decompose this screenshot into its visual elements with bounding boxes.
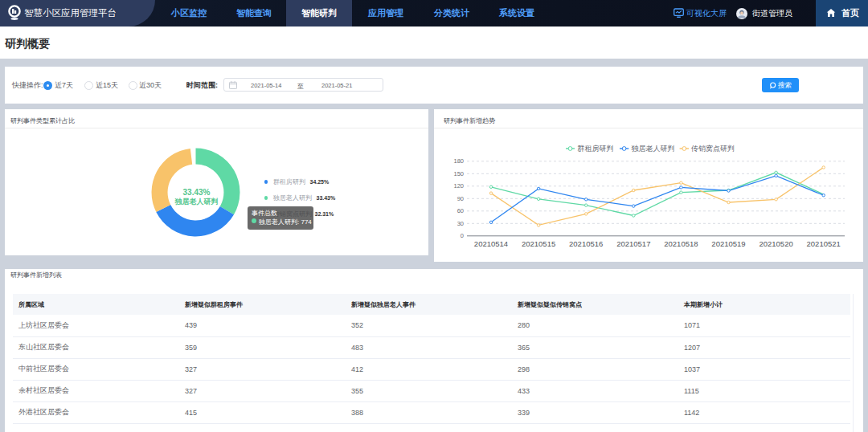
svg-text:0: 0: [461, 232, 464, 239]
svg-text:20210521: 20210521: [807, 239, 841, 248]
svg-text:30: 30: [457, 220, 464, 227]
svg-text:20210518: 20210518: [664, 239, 698, 248]
svg-text:20210514: 20210514: [474, 239, 508, 248]
svg-text:120: 120: [453, 182, 464, 190]
svg-text:20210515: 20210515: [522, 239, 555, 248]
svg-text:独居老人研判: 独居老人研判: [631, 145, 674, 153]
svg-text:群租房研判: 群租房研判: [578, 145, 614, 153]
svg-text:20210517: 20210517: [616, 239, 650, 248]
svg-text:20210519: 20210519: [711, 239, 745, 248]
svg-text:20210516: 20210516: [569, 239, 603, 248]
svg-text:90: 90: [457, 195, 464, 202]
svg-text:传销窝点研判: 传销窝点研判: [690, 145, 735, 153]
svg-text:20210520: 20210520: [759, 239, 792, 248]
svg-text:150: 150: [453, 170, 464, 177]
svg-text:180: 180: [453, 157, 464, 165]
svg-text:60: 60: [457, 207, 464, 214]
